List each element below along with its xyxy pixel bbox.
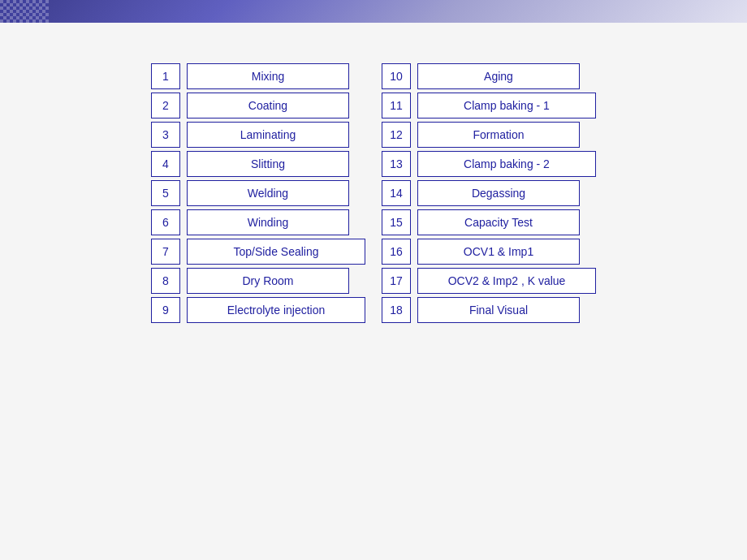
label-box: Degassing — [417, 180, 580, 206]
label-box: Dry Room — [187, 268, 349, 294]
label-box: Top/Side Sealing — [187, 239, 365, 265]
left-column: 1Mixing2Coating3Laminating4Slitting5Weld… — [151, 63, 365, 326]
num-box: 5 — [151, 180, 180, 206]
label-box: OCV2 & Imp2 , K value — [417, 268, 596, 294]
label-box: Formation — [417, 122, 580, 148]
num-box: 8 — [151, 268, 180, 294]
num-box: 10 — [382, 63, 411, 89]
num-box: 13 — [382, 151, 411, 177]
process-row: 3Laminating — [151, 122, 365, 148]
num-box: 12 — [382, 122, 411, 148]
num-box: 2 — [151, 93, 180, 118]
process-row: 16OCV1 & Imp1 — [382, 239, 596, 265]
process-grid: 1Mixing2Coating3Laminating4Slitting5Weld… — [24, 63, 723, 326]
right-column: 10Aging11Clamp baking - 112Formation13Cl… — [382, 63, 596, 326]
label-box: Slitting — [187, 151, 349, 177]
num-box: 1 — [151, 63, 180, 89]
process-row: 4Slitting — [151, 151, 365, 177]
process-row: 12Formation — [382, 122, 596, 148]
label-box: Clamp baking - 1 — [417, 93, 596, 118]
process-row: 14Degassing — [382, 180, 596, 206]
num-box: 4 — [151, 151, 180, 177]
num-box: 7 — [151, 239, 180, 265]
label-box: Winding — [187, 209, 349, 235]
process-row: 10Aging — [382, 63, 596, 89]
main-content: 1Mixing2Coating3Laminating4Slitting5Weld… — [0, 23, 747, 560]
process-row: 5Welding — [151, 180, 365, 206]
top-bar-mosaic — [0, 0, 49, 23]
num-box: 15 — [382, 209, 411, 235]
top-bar — [0, 0, 747, 23]
label-box: Coating — [187, 93, 349, 118]
process-row: 17OCV2 & Imp2 , K value — [382, 268, 596, 294]
label-box: Laminating — [187, 122, 349, 148]
num-box: 14 — [382, 180, 411, 206]
process-row: 13Clamp baking - 2 — [382, 151, 596, 177]
label-box: Capacity Test — [417, 209, 580, 235]
label-box: Clamp baking - 2 — [417, 151, 596, 177]
num-box: 9 — [151, 297, 180, 323]
label-box: Welding — [187, 180, 349, 206]
label-box: Electrolyte injection — [187, 297, 365, 323]
process-row: 11Clamp baking - 1 — [382, 93, 596, 118]
process-row: 15Capacity Test — [382, 209, 596, 235]
num-box: 16 — [382, 239, 411, 265]
num-box: 18 — [382, 297, 411, 323]
num-box: 6 — [151, 209, 180, 235]
label-box: OCV1 & Imp1 — [417, 239, 580, 265]
process-row: 6Winding — [151, 209, 365, 235]
label-box: Mixing — [187, 63, 349, 89]
num-box: 11 — [382, 93, 411, 118]
label-box: Aging — [417, 63, 580, 89]
process-row: 2Coating — [151, 93, 365, 118]
process-row: 18Final Visual — [382, 297, 596, 323]
process-row: 7Top/Side Sealing — [151, 239, 365, 265]
process-row: 1Mixing — [151, 63, 365, 89]
process-row: 8Dry Room — [151, 268, 365, 294]
num-box: 3 — [151, 122, 180, 148]
process-row: 9Electrolyte injection — [151, 297, 365, 323]
label-box: Final Visual — [417, 297, 580, 323]
num-box: 17 — [382, 268, 411, 294]
